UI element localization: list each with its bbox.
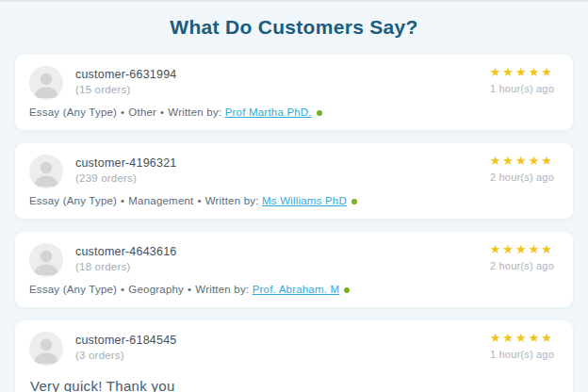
customer-id-block: customer-4196321 (239 orders): [75, 153, 176, 184]
rating-block: ★★★★★ 2 hour(s) ago: [490, 153, 554, 183]
subject: Management: [128, 195, 193, 206]
online-status-dot: [317, 110, 322, 116]
time-ago: 2 hour(s) ago: [490, 260, 554, 271]
customer-reviews-page: What Do Customers Say? customer-6631994 …: [0, 0, 588, 392]
bullet-separator: •: [121, 195, 124, 206]
order-meta-line: Essay (Any Type)•Management•Written by: …: [29, 195, 554, 206]
review-card-header: customer-4643616 (18 orders) ★★★★★ 2 hou…: [29, 241, 554, 277]
customer-id-block: customer-6631994 (15 orders): [75, 64, 176, 95]
bullet-separator: •: [160, 106, 164, 118]
orders-count: (15 orders): [75, 84, 176, 95]
review-card: customer-4196321 (239 orders) ★★★★★ 2 ho…: [15, 143, 573, 219]
review-card: customer-6631994 (15 orders) ★★★★★ 1 hou…: [15, 55, 573, 130]
bullet-separator: •: [188, 284, 191, 295]
written-by-label: Written by:: [205, 195, 259, 206]
order-meta-line: Essay (Any Type)•Geography•Written by: P…: [29, 284, 554, 295]
person-icon: [29, 332, 63, 366]
orders-count: (239 orders): [75, 172, 176, 184]
review-card: customer-6184545 (3 orders) ★★★★★ 1 hour…: [15, 320, 573, 392]
customer-name: customer-6631994: [75, 68, 176, 81]
person-icon: [29, 155, 63, 188]
writer-link[interactable]: Ms Williams PhD: [262, 195, 347, 206]
order-meta-line: Essay (Any Type)•Other•Written by: Prof …: [29, 106, 554, 118]
customer-info: customer-6184545 (3 orders): [29, 330, 176, 366]
service-type: Essay (Any Type): [29, 195, 117, 206]
customer-name: customer-6184545: [75, 334, 176, 347]
star-rating: ★★★★★: [490, 332, 554, 345]
review-card-header: customer-4196321 (239 orders) ★★★★★ 2 ho…: [29, 153, 554, 188]
avatar: [29, 66, 63, 100]
review-card: customer-4643616 (18 orders) ★★★★★ 2 hou…: [15, 232, 573, 307]
avatar: [29, 155, 63, 188]
online-status-dot: [344, 287, 350, 293]
customer-id-block: customer-6184545 (3 orders): [75, 330, 176, 361]
customer-name: customer-4643616: [75, 245, 176, 258]
review-card-header: customer-6184545 (3 orders) ★★★★★ 1 hour…: [29, 330, 554, 366]
review-card-header: customer-6631994 (15 orders) ★★★★★ 1 hou…: [29, 64, 554, 100]
star-rating: ★★★★★: [490, 155, 554, 168]
customer-info: customer-4196321 (239 orders): [29, 153, 176, 188]
customer-info: customer-4643616 (18 orders): [29, 241, 176, 277]
page-title: What Do Customers Say?: [15, 16, 573, 39]
person-icon: [29, 66, 63, 100]
subject: Geography: [128, 284, 184, 295]
service-type: Essay (Any Type): [29, 106, 117, 118]
star-rating: ★★★★★: [490, 243, 554, 256]
writer-link[interactable]: Prof. Abraham. M: [253, 284, 340, 295]
bullet-separator: •: [121, 284, 124, 295]
bullet-separator: •: [121, 106, 124, 118]
written-by-label: Written by:: [195, 284, 249, 295]
online-status-dot: [351, 199, 357, 204]
orders-count: (18 orders): [75, 261, 176, 272]
person-icon: [29, 243, 63, 277]
avatar: [29, 243, 63, 277]
star-rating: ★★★★★: [490, 66, 554, 79]
time-ago: 1 hour(s) ago: [490, 83, 554, 94]
rating-block: ★★★★★ 2 hour(s) ago: [490, 241, 554, 271]
customer-id-block: customer-4643616 (18 orders): [75, 241, 176, 272]
rating-block: ★★★★★ 1 hour(s) ago: [490, 64, 554, 94]
writer-link[interactable]: Prof Martha PhD.: [225, 106, 312, 118]
customer-info: customer-6631994 (15 orders): [29, 64, 176, 100]
subject: Other: [128, 106, 156, 118]
bullet-separator: •: [197, 195, 201, 206]
written-by-label: Written by:: [168, 106, 221, 118]
avatar: [29, 332, 63, 366]
rating-block: ★★★★★ 1 hour(s) ago: [490, 330, 554, 360]
time-ago: 1 hour(s) ago: [490, 349, 554, 360]
review-card-list: customer-6631994 (15 orders) ★★★★★ 1 hou…: [15, 55, 573, 392]
time-ago: 2 hour(s) ago: [490, 172, 554, 183]
review-text: Very quick! Thank you: [30, 378, 554, 392]
customer-name: customer-4196321: [75, 156, 176, 170]
orders-count: (3 orders): [75, 350, 176, 361]
service-type: Essay (Any Type): [29, 284, 117, 295]
